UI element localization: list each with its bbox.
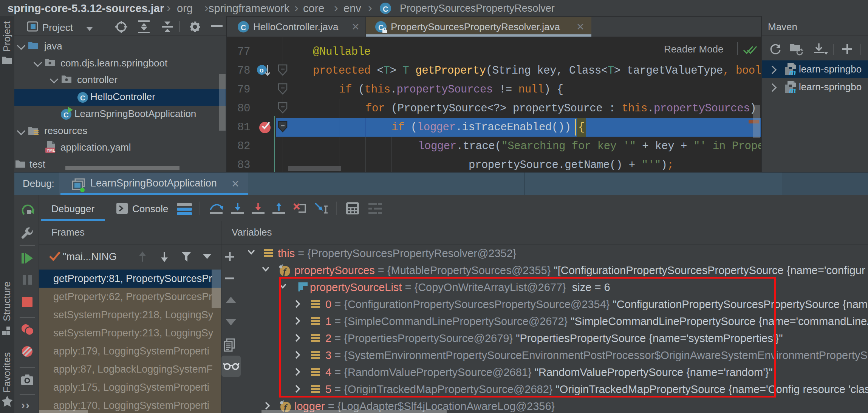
svg-text:YML: YML [46, 148, 56, 153]
svg-text:o: o [260, 66, 264, 75]
svg-text:m: m [789, 85, 796, 95]
svg-text:m: m [789, 67, 796, 77]
